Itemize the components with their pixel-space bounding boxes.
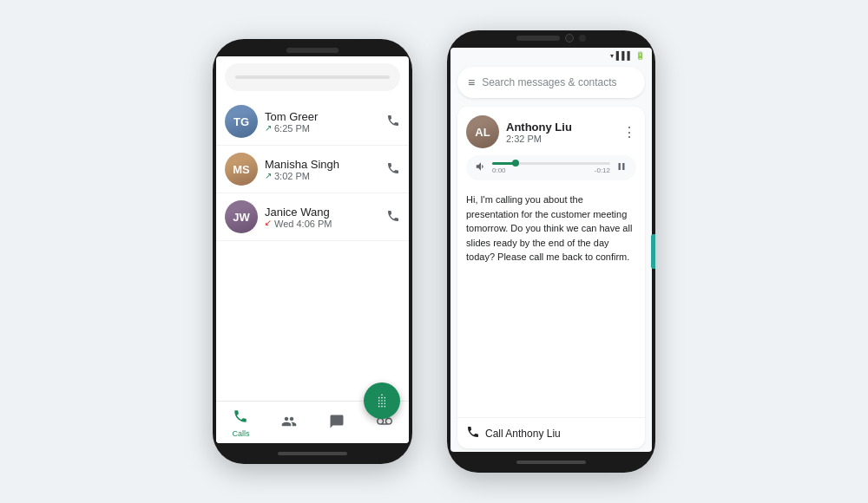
- progress-track[interactable]: [492, 162, 610, 165]
- message-body: Hi, I'm calling you about the presentati…: [457, 187, 645, 417]
- nav-calls-label: Calls: [232, 429, 249, 438]
- phone-right: ▾ ▌▌▌ 🔋 ≡ Search messages & contacts AL …: [447, 30, 655, 473]
- contact-time-janice: ↗ Wed 4:06 PM: [265, 219, 379, 229]
- contact-time-manisha: ↗ 3:02 PM: [265, 171, 379, 181]
- contact-name-tom: Tom Greer: [265, 110, 379, 123]
- message-time: 2:32 PM: [506, 134, 615, 144]
- camera-bar: [516, 34, 586, 42]
- contact-info-manisha: Manisha Singh ↗ 3:02 PM: [265, 158, 379, 181]
- search-bar-right[interactable]: ≡ Search messages & contacts: [457, 67, 645, 98]
- call-icon-janice[interactable]: [386, 209, 400, 225]
- wifi-icon: ▾: [610, 52, 614, 60]
- missed-arrow-janice: ↗: [265, 219, 272, 228]
- call-action-icon: [466, 425, 480, 441]
- outgoing-arrow-manisha: ↗: [265, 171, 272, 180]
- volume-icon[interactable]: [475, 160, 487, 175]
- battery-icon: 🔋: [635, 51, 645, 60]
- phone-left: TG Tom Greer ↗ 6:25 PM: [213, 39, 412, 464]
- audio-end-time: -0:12: [595, 167, 610, 174]
- status-bar: ▾ ▌▌▌ 🔋: [450, 48, 652, 62]
- contacts-icon: [281, 414, 297, 433]
- nav-messages[interactable]: [329, 414, 345, 433]
- call-action-button[interactable]: Call Anthony Liu: [457, 417, 645, 448]
- scene: TG Tom Greer ↗ 6:25 PM: [0, 0, 868, 503]
- contact-info-janice: Janice Wang ↗ Wed 4:06 PM: [265, 206, 379, 229]
- avatar-manisha: MS: [225, 153, 258, 186]
- nav-contacts[interactable]: [281, 414, 297, 433]
- pause-icon[interactable]: [615, 160, 628, 175]
- contact-name-manisha: Manisha Singh: [265, 158, 379, 171]
- home-indicator-left: [278, 452, 347, 455]
- outgoing-arrow-tom: ↗: [265, 123, 272, 133]
- more-options-icon[interactable]: ⋮: [622, 124, 636, 140]
- speaker-grille: [286, 48, 339, 53]
- contact-info-tom: Tom Greer ↗ 6:25 PM: [265, 110, 379, 134]
- hamburger-icon[interactable]: ≡: [468, 75, 475, 89]
- home-indicator-right: [516, 461, 586, 464]
- search-placeholder: Search messages & contacts: [482, 76, 616, 88]
- contact-list: TG Tom Greer ↗ 6:25 PM: [216, 98, 409, 401]
- camera-dot: [565, 34, 574, 42]
- contact-name-janice: Janice Wang: [265, 206, 379, 219]
- message-sender-info: Anthony Liu 2:32 PM: [506, 121, 615, 144]
- avatar-tom: TG: [225, 105, 258, 138]
- nav-calls[interactable]: Calls: [232, 408, 249, 438]
- messages-icon: [329, 414, 345, 433]
- audio-start-time: 0:00: [492, 167, 506, 174]
- message-header: AL Anthony Liu 2:32 PM ⋮: [457, 107, 645, 152]
- progress-fill: [492, 162, 516, 165]
- contact-time-tom: ↗ 6:25 PM: [265, 123, 379, 134]
- contact-item-manisha[interactable]: MS Manisha Singh ↗ 3:02 PM: [216, 146, 409, 193]
- search-bar-left[interactable]: [225, 63, 400, 91]
- message-card: AL Anthony Liu 2:32 PM ⋮: [457, 107, 645, 448]
- avatar-anthony: AL: [466, 115, 499, 148]
- contact-item-tom[interactable]: TG Tom Greer ↗ 6:25 PM: [216, 98, 409, 146]
- call-icon-manisha[interactable]: [386, 161, 400, 178]
- calls-icon: [233, 408, 248, 428]
- avatar-janice: JW: [225, 200, 258, 233]
- audio-times: 0:00 -0:12: [492, 167, 610, 174]
- progress-bar-container[interactable]: 0:00 -0:12: [492, 162, 610, 174]
- call-action-label: Call Anthony Liu: [485, 428, 561, 440]
- audio-player[interactable]: 0:00 -0:12: [466, 155, 636, 180]
- dialpad-fab[interactable]: [364, 382, 400, 419]
- sensor-dot: [579, 35, 586, 42]
- signal-icon: ▌▌▌: [616, 51, 633, 60]
- right-screen: ▾ ▌▌▌ 🔋 ≡ Search messages & contacts AL …: [450, 48, 652, 452]
- call-icon-tom[interactable]: [386, 114, 400, 130]
- contact-item-janice[interactable]: JW Janice Wang ↗ Wed 4:06 PM: [216, 193, 409, 241]
- message-sender-name: Anthony Liu: [506, 121, 615, 134]
- edge-tab: [651, 234, 652, 269]
- speaker-grille-right: [516, 36, 560, 41]
